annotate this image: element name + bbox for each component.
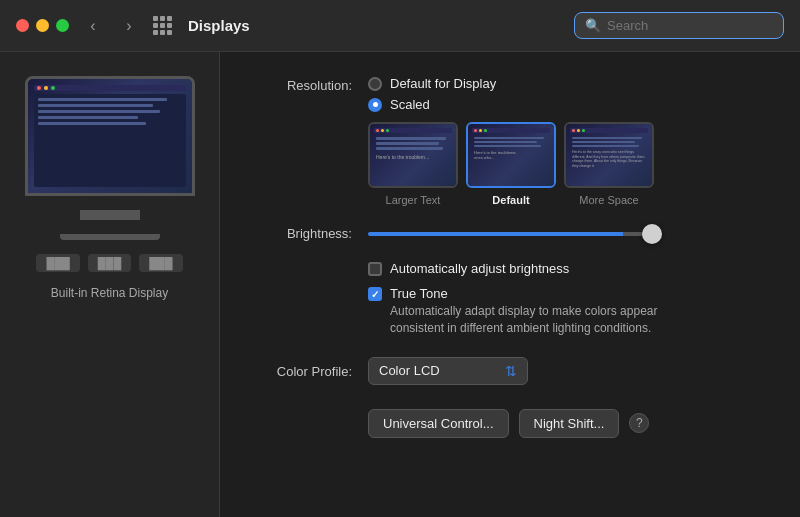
monitor-content <box>34 94 186 187</box>
minimize-button[interactable] <box>36 19 49 32</box>
menubar-dot-green <box>51 86 55 90</box>
apps-grid-icon[interactable] <box>153 16 172 35</box>
resolution-thumbnails: Here's to the troublem... Larger Text <box>368 122 654 206</box>
night-shift-button[interactable]: Night Shift... <box>519 409 620 438</box>
thumb-preview-text-3: Here's to the crazy ones who see things … <box>572 150 646 168</box>
content-area: Resolution: Default for Display Scaled <box>220 52 800 517</box>
radio-scaled-btn[interactable] <box>368 98 382 112</box>
search-box[interactable]: 🔍 <box>574 12 784 39</box>
search-icon: 🔍 <box>585 18 601 33</box>
text-line <box>38 110 160 113</box>
true-tone-row[interactable]: True Tone Automatically adapt display to… <box>368 286 768 337</box>
true-tone-description: Automatically adapt display to make colo… <box>390 303 670 337</box>
thumb-text-line <box>376 147 443 150</box>
radio-scaled[interactable]: Scaled <box>368 97 654 112</box>
brightness-section: Brightness: <box>252 226 768 241</box>
text-line <box>38 116 139 119</box>
thumb-content-3: Here's to the crazy ones who see things … <box>570 135 648 182</box>
menubar-dot-yellow <box>44 86 48 90</box>
true-tone-text: True Tone Automatically adapt display to… <box>390 286 670 337</box>
thumb-more-space[interactable]: Here's to the crazy ones who see things … <box>564 122 654 206</box>
thumb-larger-text[interactable]: Here's to the troublem... Larger Text <box>368 122 458 206</box>
thumb-content-2: Here's to the troublema,ones who... <box>472 135 550 182</box>
auto-brightness-label: Automatically adjust brightness <box>390 261 569 276</box>
color-profile-value: Color LCD <box>379 363 497 378</box>
thumb-larger-text-box[interactable]: Here's to the troublem... <box>368 122 458 188</box>
main-layout: ███ ███ ███ Built-in Retina Display Reso… <box>0 52 800 517</box>
thumb-dot-r2 <box>474 129 477 132</box>
color-profile-select[interactable]: Color LCD ⇅ <box>368 357 528 385</box>
maximize-button[interactable] <box>56 19 69 32</box>
thumb-menubar <box>374 128 452 133</box>
thumb-text-line <box>572 141 635 143</box>
brightness-label: Brightness: <box>252 226 352 241</box>
color-profile-label: Color Profile: <box>252 362 352 379</box>
thumb-text-line <box>474 141 537 143</box>
thumb-text-line <box>474 137 544 139</box>
thumb-preview-text-2: Here's to the troublema,ones who... <box>474 150 548 160</box>
thumb-text-line <box>572 137 642 139</box>
thumb-text-line <box>572 145 639 147</box>
close-button[interactable] <box>16 19 29 32</box>
text-line <box>38 122 146 125</box>
thumb-screen-2: Here's to the troublema,ones who... <box>468 124 554 186</box>
auto-brightness-row[interactable]: Automatically adjust brightness <box>368 261 768 276</box>
thumb-content: Here's to the troublem... <box>374 135 452 182</box>
thumb-menubar-2 <box>472 128 550 133</box>
thumb-dot-y <box>381 129 384 132</box>
profile-bar: ███ ███ ███ <box>36 254 182 272</box>
auto-brightness-text: Automatically adjust brightness <box>390 261 569 276</box>
thumb-screen: Here's to the troublem... <box>370 124 456 186</box>
true-tone-checkbox[interactable] <box>368 287 382 301</box>
true-tone-label: True Tone <box>390 286 670 301</box>
thumb-menubar-3 <box>570 128 648 133</box>
profile-chip-3: ███ <box>139 254 182 272</box>
brightness-thumb[interactable] <box>642 224 662 244</box>
window-title: Displays <box>188 17 562 34</box>
sidebar: ███ ███ ███ Built-in Retina Display <box>0 52 220 517</box>
back-button[interactable]: ‹ <box>81 14 105 38</box>
brightness-slider[interactable] <box>368 232 658 236</box>
thumb-preview-text: Here's to the troublem... <box>376 154 450 161</box>
resolution-section: Resolution: Default for Display Scaled <box>252 76 768 206</box>
profile-chip-1: ███ <box>36 254 79 272</box>
profile-chip-2: ███ <box>88 254 131 272</box>
radio-default-btn[interactable] <box>368 77 382 91</box>
thumb-dot-g3 <box>582 129 585 132</box>
thumb-dot-r3 <box>572 129 575 132</box>
universal-control-button[interactable]: Universal Control... <box>368 409 509 438</box>
radio-default[interactable]: Default for Display <box>368 76 654 91</box>
thumb-default-box[interactable]: Here's to the troublema,ones who... <box>466 122 556 188</box>
radio-scaled-label: Scaled <box>390 97 430 112</box>
monitor-menubar <box>34 85 186 91</box>
thumb-more-space-box[interactable]: Here's to the crazy ones who see things … <box>564 122 654 188</box>
thumb-more-space-label: More Space <box>579 194 638 206</box>
thumb-dot-g2 <box>484 129 487 132</box>
resolution-label: Resolution: <box>252 76 352 93</box>
titlebar: ‹ › Displays 🔍 <box>0 0 800 52</box>
traffic-lights <box>16 19 69 32</box>
thumb-text-line <box>376 142 439 145</box>
monitor-base <box>60 234 160 240</box>
thumb-text-line <box>474 145 541 147</box>
monitor-stand <box>80 210 140 220</box>
thumb-larger-label: Larger Text <box>386 194 441 206</box>
chevron-updown-icon: ⇅ <box>505 363 517 379</box>
thumb-dot-y2 <box>479 129 482 132</box>
menubar-dot-red <box>37 86 41 90</box>
brightness-slider-wrap[interactable] <box>368 232 768 236</box>
resolution-body: Default for Display Scaled <box>368 76 654 206</box>
auto-brightness-checkbox[interactable] <box>368 262 382 276</box>
text-line <box>38 98 168 101</box>
display-name-label: Built-in Retina Display <box>51 286 168 300</box>
thumb-dot-g <box>386 129 389 132</box>
help-button[interactable]: ? <box>629 413 649 433</box>
search-input[interactable] <box>607 18 767 33</box>
monitor-screen <box>28 79 192 193</box>
forward-button[interactable]: › <box>117 14 141 38</box>
thumb-default-label: Default <box>492 194 529 206</box>
display-preview <box>25 76 195 196</box>
thumb-dot-y3 <box>577 129 580 132</box>
thumb-screen-3: Here's to the crazy ones who see things … <box>566 124 652 186</box>
thumb-default[interactable]: Here's to the troublema,ones who... Defa… <box>466 122 556 206</box>
